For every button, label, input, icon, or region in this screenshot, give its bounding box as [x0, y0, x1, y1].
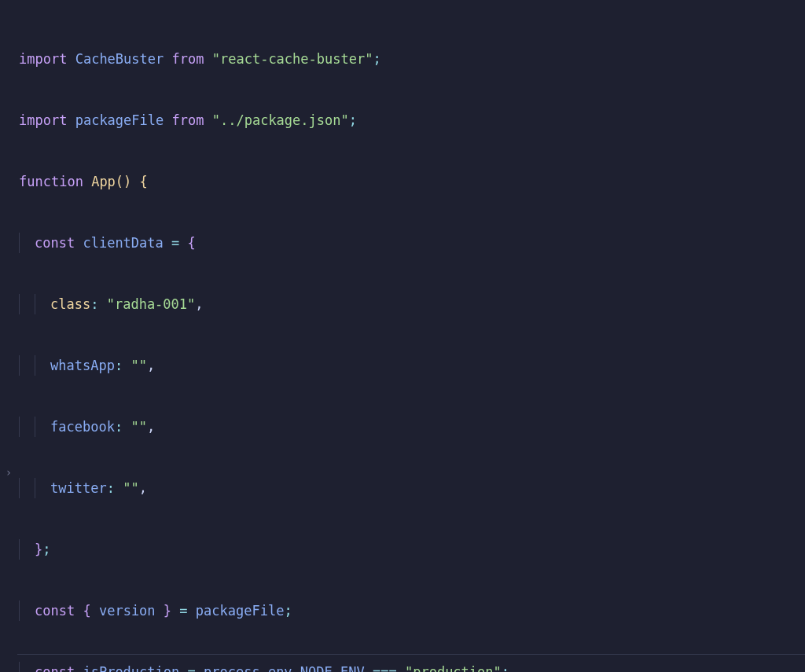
code-line[interactable]: import packageFile from "../package.json…: [17, 110, 805, 130]
code-line[interactable]: class: "radha-001",: [17, 294, 805, 314]
ruler-line: [17, 654, 805, 655]
code-line[interactable]: facebook: "",: [17, 417, 805, 437]
code-editor[interactable]: import CacheBuster from "react-cache-bus…: [17, 0, 805, 672]
code-line[interactable]: const isProduction = process.env.NODE_EN…: [17, 662, 805, 672]
fold-chevron-icon[interactable]: ›: [3, 462, 14, 473]
code-line[interactable]: const { version } = packageFile;: [17, 600, 805, 621]
code-line[interactable]: import CacheBuster from "react-cache-bus…: [17, 49, 805, 69]
code-line[interactable]: twitter: "",: [17, 478, 805, 498]
code-line[interactable]: function App() {: [17, 171, 805, 192]
code-line[interactable]: };: [17, 539, 805, 560]
code-line[interactable]: whatsApp: "",: [17, 355, 805, 376]
code-line[interactable]: const clientData = {: [17, 233, 805, 253]
editor-gutter: ›: [0, 0, 17, 672]
